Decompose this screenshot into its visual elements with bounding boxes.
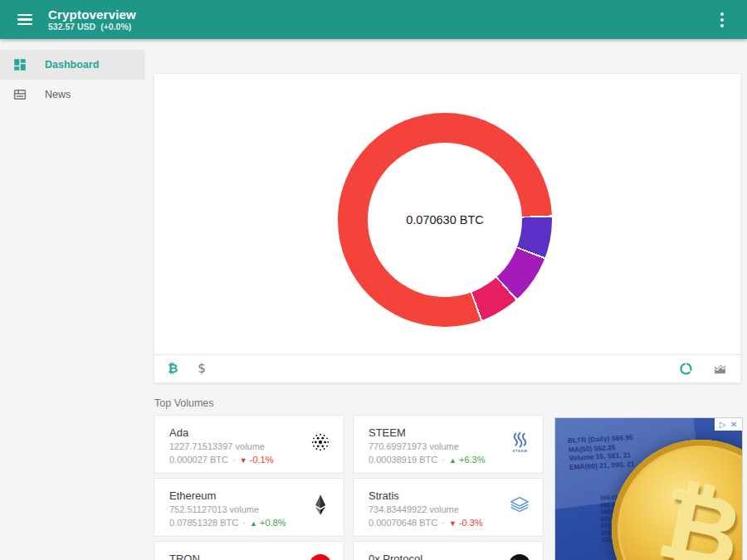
- coin-name: Ada: [169, 426, 330, 439]
- bitcoin-unit-icon[interactable]: ₿: [168, 363, 178, 375]
- advertisement-banner[interactable]: BLTR (Daily) 566.95 MA(50) 552.35 Volume…: [554, 417, 743, 560]
- sidebar-item-label: Dashboard: [45, 59, 99, 71]
- coin-price-line: 0.07851328 BTC · ▲ +0.8%: [169, 518, 330, 529]
- coin-name: STEEM: [369, 426, 530, 439]
- adchoices-icon[interactable]: ▷: [720, 421, 726, 429]
- change-arrow-icon: ▼: [240, 456, 247, 465]
- header-title-block: Cryptoverview 532.57 USD(+0.0%): [48, 7, 136, 32]
- volume-card-ethereum[interactable]: Ethereum 752.51127013 volume 0.07851328 …: [154, 478, 344, 537]
- portfolio-change: (+0.0%): [100, 22, 131, 32]
- coin-name: Ethereum: [169, 489, 330, 502]
- portfolio-value: 532.57 USD(+0.0%): [48, 22, 136, 32]
- change-arrow-icon: ▲: [250, 519, 257, 528]
- coin-volume: 770.69971973 volume: [369, 441, 530, 452]
- volume-card-stratis[interactable]: Stratis 734.83449922 volume 0.00070648 B…: [353, 478, 544, 537]
- donut-chart[interactable]: 0.070630 BTC: [338, 113, 552, 327]
- portfolio-chart-card: 0.070630 BTC ₿ $: [154, 73, 741, 383]
- coin-price: 0.00038919 BTC: [369, 455, 437, 465]
- coin-price-line: 0.000027 BTC · ▼ -0.1%: [169, 455, 330, 466]
- change-arrow-icon: ▲: [449, 456, 456, 465]
- app-title: Cryptoverview: [48, 7, 136, 22]
- top-volumes-grid: Ada 1227.71513397 volume 0.000027 BTC · …: [154, 415, 544, 560]
- coin-volume: 1227.71513397 volume: [169, 441, 330, 452]
- volume-card-tron[interactable]: TRON: [154, 541, 344, 560]
- sidebar-item-label: News: [45, 89, 71, 100]
- cardano-icon: [309, 431, 332, 454]
- tron-icon: [309, 553, 332, 560]
- coin-price-line: 0.00070648 BTC · ▼ -0.3%: [369, 518, 530, 529]
- stratis-icon: [508, 494, 531, 517]
- volume-card-steem[interactable]: STEEM 770.69971973 volume 0.00038919 BTC…: [353, 415, 544, 474]
- steem-icon: STEEM: [508, 431, 531, 454]
- ethereum-icon: [309, 494, 332, 517]
- sidebar-item-dashboard[interactable]: Dashboard: [0, 50, 145, 80]
- coin-change: -0.1%: [250, 455, 274, 465]
- coin-name: 0x Protocol: [369, 553, 530, 560]
- portfolio-value-usd: 532.57 USD: [48, 22, 95, 32]
- ad-close-icon[interactable]: ✕: [730, 421, 737, 429]
- adchoices-bar: ▷ ✕: [715, 418, 742, 431]
- newspaper-icon: [12, 87, 27, 102]
- menu-icon[interactable]: [8, 7, 42, 32]
- zrx-icon: [508, 553, 531, 560]
- bitcoin-coin-image: ₿: [612, 440, 743, 560]
- coin-change: +6.3%: [459, 455, 486, 465]
- coin-price: 0.00070648 BTC: [369, 518, 437, 528]
- svg-text:STEEM: STEEM: [513, 449, 528, 453]
- kebab-vertical-icon[interactable]: [714, 0, 730, 39]
- chart-toolbar: ₿ $: [154, 354, 740, 382]
- area-chart-view-icon[interactable]: [713, 362, 727, 376]
- coin-volume: 752.51127013 volume: [169, 504, 330, 515]
- top-volumes-heading: Top Volumes: [154, 397, 214, 409]
- volume-card-0x[interactable]: 0x Protocol: [353, 541, 544, 560]
- change-arrow-icon: ▼: [449, 519, 456, 528]
- donut-view-icon[interactable]: [679, 362, 693, 376]
- sidebar-item-news[interactable]: News: [0, 80, 145, 110]
- coin-change: +0.8%: [260, 518, 286, 528]
- donut-center-label: 0.070630 BTC: [338, 113, 552, 327]
- volume-card-ada[interactable]: Ada 1227.71513397 volume 0.000027 BTC · …: [154, 415, 344, 474]
- coin-change: -0.3%: [459, 518, 483, 528]
- app-header: Cryptoverview 532.57 USD(+0.0%): [0, 0, 747, 39]
- usd-unit-icon[interactable]: $: [198, 363, 206, 375]
- coin-volume: 734.83449922 volume: [369, 504, 530, 515]
- coin-price: 0.07851328 BTC: [169, 518, 238, 528]
- dashboard-grid-icon: [12, 57, 27, 72]
- coin-price-line: 0.00038919 BTC · ▲ +6.3%: [369, 455, 530, 466]
- coin-name: Stratis: [369, 489, 530, 502]
- coin-price: 0.000027 BTC: [169, 455, 228, 465]
- coin-name: TRON: [169, 553, 330, 560]
